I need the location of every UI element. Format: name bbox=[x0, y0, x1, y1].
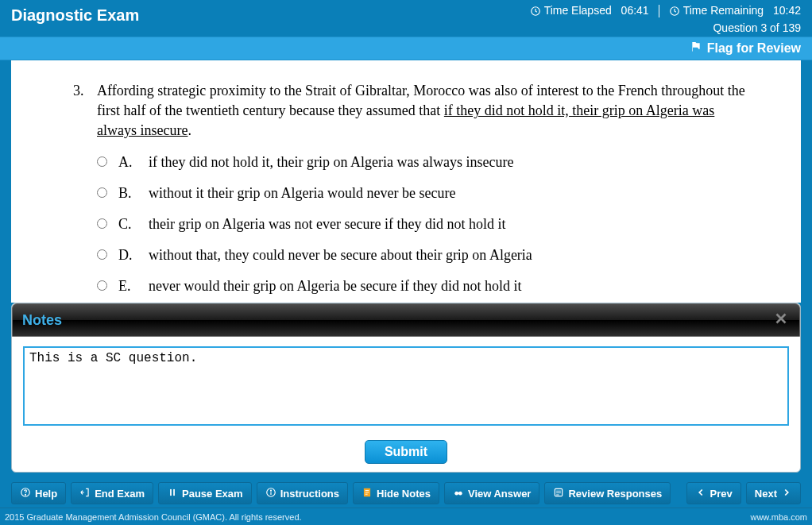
stem-post: . bbox=[188, 122, 191, 138]
radio-d[interactable] bbox=[97, 249, 107, 260]
footer-url: www.mba.com bbox=[750, 512, 807, 522]
question-counter: Question 3 of 139 bbox=[530, 21, 801, 37]
content-wrap: 3. Affording strategic proximity to the … bbox=[0, 60, 812, 479]
prev-button[interactable]: Prev bbox=[686, 482, 741, 504]
app-root: Diagnostic Exam Time Elapsed 06:41 Time bbox=[0, 0, 812, 525]
notes-header: Notes bbox=[12, 303, 800, 337]
pause-exam-button[interactable]: Pause Exam bbox=[158, 482, 252, 504]
instructions-button[interactable]: Instructions bbox=[257, 482, 348, 504]
svg-rect-10 bbox=[365, 492, 369, 492]
choice-b-text: without it their grip on Algeria would n… bbox=[149, 183, 753, 203]
svg-point-7 bbox=[270, 490, 271, 491]
info-icon bbox=[265, 487, 276, 500]
view-answer-label: View Answer bbox=[468, 488, 531, 500]
notes-panel: Notes Submit bbox=[11, 303, 801, 473]
end-exam-button[interactable]: End Exam bbox=[71, 482, 153, 504]
radio-c[interactable] bbox=[97, 218, 107, 229]
next-label: Next bbox=[755, 488, 777, 500]
timer-divider bbox=[659, 5, 659, 17]
flag-for-review-bar[interactable]: Flag for Review bbox=[0, 37, 812, 60]
clock-icon bbox=[669, 6, 680, 17]
svg-rect-9 bbox=[365, 490, 369, 491]
help-label: Help bbox=[35, 488, 57, 500]
header-right: Time Elapsed 06:41 Time Remaining 10:42 … bbox=[530, 3, 801, 36]
arrow-right-icon bbox=[781, 487, 792, 500]
choices: A. if they did not hold it, their grip o… bbox=[97, 152, 753, 297]
svg-rect-11 bbox=[365, 493, 368, 494]
prev-label: Prev bbox=[710, 488, 733, 500]
header: Diagnostic Exam Time Elapsed 06:41 Time bbox=[0, 0, 812, 37]
view-answer-button[interactable]: View Answer bbox=[444, 482, 539, 504]
next-button[interactable]: Next bbox=[746, 482, 801, 504]
review-responses-label: Review Responses bbox=[568, 488, 662, 500]
flag-label: Flag for Review bbox=[707, 41, 801, 56]
choice-e: E. never would their grip on Algeria be … bbox=[97, 276, 753, 296]
time-remaining: Time Remaining 10:42 bbox=[669, 3, 801, 19]
flag-icon bbox=[690, 41, 702, 56]
notes-body bbox=[12, 337, 800, 437]
exam-title: Diagnostic Exam bbox=[11, 6, 139, 25]
radio-a[interactable] bbox=[97, 156, 107, 167]
radio-b[interactable] bbox=[97, 187, 107, 198]
hide-notes-label: Hide Notes bbox=[377, 488, 431, 500]
review-icon bbox=[553, 487, 564, 500]
notes-icon bbox=[362, 487, 373, 500]
time-remaining-value: 10:42 bbox=[773, 3, 801, 19]
choice-d: D. without that, they could never be sec… bbox=[97, 245, 753, 265]
notes-textarea[interactable] bbox=[23, 346, 789, 426]
close-icon bbox=[772, 310, 790, 327]
time-elapsed-label: Time Elapsed bbox=[544, 3, 612, 19]
question-stem: Affording strategic proximity to the Str… bbox=[97, 81, 753, 303]
notes-submit-row: Submit bbox=[12, 437, 800, 472]
copyright: 2015 Graduate Management Admission Counc… bbox=[5, 512, 302, 522]
notes-submit-button[interactable]: Submit bbox=[365, 440, 447, 464]
svg-point-3 bbox=[25, 494, 26, 495]
choice-b: B. without it their grip on Algeria woul… bbox=[97, 183, 753, 203]
choice-a-text: if they did not hold it, their grip on A… bbox=[149, 152, 753, 172]
bottom-toolbar: Help End Exam Pause Exam Instructions Hi… bbox=[0, 479, 812, 508]
choice-d-label: D. bbox=[118, 245, 137, 265]
notes-close-button[interactable] bbox=[772, 310, 790, 330]
choice-a: A. if they did not hold it, their grip o… bbox=[97, 152, 753, 172]
instructions-label: Instructions bbox=[280, 488, 339, 500]
pause-icon bbox=[167, 487, 178, 500]
footer: 2015 Graduate Management Admission Counc… bbox=[0, 508, 812, 525]
choice-c: C. their grip on Algeria was not ever se… bbox=[97, 214, 753, 234]
arrow-left-icon bbox=[695, 487, 706, 500]
question-row: 3. Affording strategic proximity to the … bbox=[73, 81, 753, 303]
choice-c-label: C. bbox=[118, 214, 137, 234]
help-icon bbox=[20, 487, 31, 500]
help-button[interactable]: Help bbox=[11, 482, 66, 504]
exit-icon bbox=[79, 487, 91, 500]
timer-row: Time Elapsed 06:41 Time Remaining 10:42 bbox=[530, 3, 801, 19]
time-elapsed: Time Elapsed 06:41 bbox=[530, 3, 649, 19]
clock-icon bbox=[530, 6, 541, 17]
notes-title: Notes bbox=[22, 312, 62, 329]
time-elapsed-value: 06:41 bbox=[621, 3, 649, 19]
svg-rect-4 bbox=[170, 488, 172, 495]
choice-b-label: B. bbox=[118, 183, 137, 203]
binoculars-icon bbox=[453, 487, 464, 500]
pause-exam-label: Pause Exam bbox=[182, 488, 243, 500]
choice-e-label: E. bbox=[118, 276, 137, 296]
question-number: 3. bbox=[73, 81, 97, 303]
question-area: 3. Affording strategic proximity to the … bbox=[11, 60, 801, 303]
svg-rect-14 bbox=[458, 492, 459, 494]
choice-d-text: without that, they could never be secure… bbox=[149, 245, 753, 265]
choice-a-label: A. bbox=[118, 152, 137, 172]
time-remaining-label: Time Remaining bbox=[683, 3, 764, 19]
choice-c-text: their grip on Algeria was not ever secur… bbox=[149, 214, 753, 234]
radio-e[interactable] bbox=[97, 280, 107, 291]
review-responses-button[interactable]: Review Responses bbox=[544, 482, 671, 504]
hide-notes-button[interactable]: Hide Notes bbox=[353, 482, 439, 504]
end-exam-label: End Exam bbox=[95, 488, 145, 500]
svg-rect-5 bbox=[173, 488, 175, 495]
choice-e-text: never would their grip on Algeria be sec… bbox=[149, 276, 753, 296]
